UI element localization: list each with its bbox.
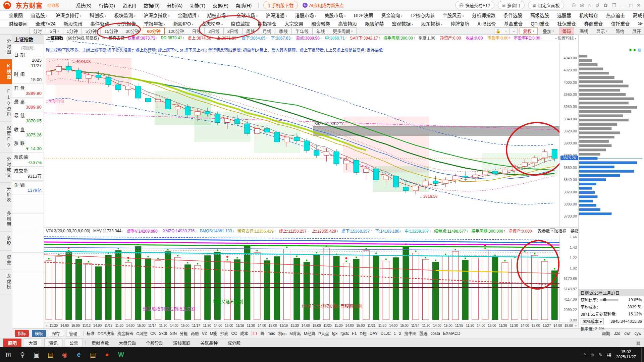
- chrome-browser-icon[interactable]: ◉: [58, 348, 72, 362]
- ma-settings-link[interactable]: - 设置均线: [555, 35, 576, 41]
- indicator-template-tab[interactable]: D短: [360, 330, 367, 336]
- indicator-template-tab[interactable]: SIN: [170, 331, 177, 336]
- zoom-in-icon[interactable]: +: [502, 27, 510, 35]
- indicator-template-tab[interactable]: 两融: [191, 330, 199, 336]
- edge-browser-icon[interactable]: e: [72, 348, 86, 362]
- nav-item[interactable]: 事件驱动: [87, 20, 113, 27]
- nav-item[interactable]: 全球7×24: [32, 20, 60, 27]
- indicator-template-tab[interactable]: 分能: [180, 330, 188, 336]
- indicator-template-tab[interactable]: fgxfc: [340, 331, 349, 336]
- eastmoney-app-icon[interactable]: ●: [100, 348, 114, 362]
- menu-item[interactable]: 功能(T): [188, 2, 207, 9]
- tool-button[interactable]: 画线: [576, 27, 591, 35]
- indicator-action-button[interactable]: 保存: [49, 330, 63, 337]
- gear-icon[interactable]: ⚙: [102, 36, 106, 40]
- indicator-template-tab[interactable]: 股选: [419, 330, 427, 336]
- period-button[interactable]: 15分钟: [100, 27, 122, 35]
- bottom-link[interactable]: 成分股: [224, 339, 244, 347]
- indicator-template-tab[interactable]: 峰: [261, 330, 265, 336]
- folder-icon[interactable]: ▤: [86, 348, 100, 362]
- indicator-template-tab[interactable]: 机qs: [278, 330, 286, 336]
- menu-item[interactable]: 系统(S): [74, 2, 94, 9]
- close-icon[interactable]: ✕: [636, 2, 641, 8]
- nav-item[interactable]: 大宗交易: [280, 20, 307, 27]
- period-button[interactable]: 日线: [188, 27, 205, 35]
- bottom-tab[interactable]: 公告: [65, 339, 83, 347]
- tool-button[interactable]: 展开: [629, 27, 644, 35]
- layout-grid-icon[interactable]: ▦: [636, 340, 641, 346]
- indicator-template-tab[interactable]: CK: [150, 331, 156, 336]
- task-view-icon[interactable]: ▣: [30, 348, 44, 362]
- menu-item[interactable]: 帮助(H): [234, 2, 254, 9]
- minimize-icon[interactable]: —: [620, 2, 625, 8]
- ime-indicator[interactable]: 拼: [607, 352, 611, 358]
- cost-range-select[interactable]: 90%成本 ▾: [581, 318, 604, 324]
- mobile-download-button[interactable]: ▯手机版下载: [263, 1, 298, 9]
- custom-panel-button[interactable]: ▦自定义面板: [528, 1, 564, 9]
- period-button[interactable]: 年线: [312, 27, 329, 35]
- period-button[interactable]: 季线: [275, 27, 292, 35]
- side-tab[interactable]: F10资料: [0, 84, 12, 122]
- indicator-template-tab[interactable]: M经典: [304, 330, 315, 336]
- bottom-link[interactable]: 个股异动: [142, 339, 167, 347]
- bottom-tab[interactable]: 股吧: [3, 339, 21, 347]
- nav-item[interactable]: 基金重仓: [500, 20, 527, 27]
- nav-item[interactable]: 财经要闻: [5, 20, 32, 27]
- home-icon[interactable]: ⌂: [588, 2, 591, 8]
- period-button[interactable]: 5日: [46, 27, 63, 35]
- nav-item[interactable]: 机构增仓: [575, 12, 602, 18]
- list-marker-icon[interactable]: ▤: [638, 48, 641, 52]
- period-button[interactable]: 60分钟: [143, 27, 164, 35]
- nav-item[interactable]: 全球市场: [232, 12, 262, 18]
- nav-item[interactable]: 高成长性: [629, 12, 644, 18]
- nav-item[interactable]: 全景图: [5, 12, 27, 18]
- indicator-template-tab[interactable]: 江1: [251, 330, 258, 336]
- nav-item[interactable]: A+B比价: [473, 20, 500, 27]
- tool-button[interactable]: 筹码: [559, 27, 574, 35]
- file-explorer-icon[interactable]: ▤: [44, 348, 58, 362]
- period-button[interactable]: 1分钟: [63, 27, 82, 35]
- side-tab[interactable]: 多股: [0, 232, 12, 251]
- tool-button[interactable]: 复权: [520, 27, 538, 35]
- indicator-template-tab[interactable]: C风控: [136, 330, 147, 336]
- pen-icon[interactable]: ✎: [599, 352, 602, 357]
- nav-item[interactable]: 龙虎榜单: [198, 20, 227, 27]
- indicator-template-tab[interactable]: M能: [210, 330, 217, 336]
- nav-item[interactable]: 美股市场: [320, 12, 350, 18]
- bottom-link[interactable]: 贡献点数: [88, 339, 113, 347]
- period-button[interactable]: 2日线: [204, 27, 223, 35]
- side-tab[interactable]: K线图: [0, 59, 12, 84]
- nav-item[interactable]: 新股IPO: [169, 20, 198, 27]
- nav-item[interactable]: 板块监测: [110, 12, 140, 18]
- nav-item[interactable]: 券商重仓: [580, 20, 607, 27]
- tool-button[interactable]: 显示: [593, 27, 610, 35]
- close-pane-icon[interactable]: ×: [550, 228, 555, 233]
- nav-item[interactable]: 信托重仓: [607, 20, 634, 27]
- ai-news-link[interactable]: AIAI应用成为新焦点: [303, 2, 344, 8]
- nav-item[interactable]: 期指持仓: [254, 20, 280, 27]
- kline-canvas[interactable]: [44, 41, 559, 227]
- chip-histogram-canvas[interactable]: [579, 35, 644, 289]
- nav-item[interactable]: 季报年报: [140, 20, 170, 27]
- vol-header-link[interactable]: 加指标: [554, 228, 567, 234]
- period-button[interactable]: 分时: [29, 27, 46, 35]
- indicator-template-tab[interactable]: DDE决策: [98, 330, 114, 336]
- side-tab[interactable]: 深度F9: [0, 122, 12, 153]
- indicator-template-tab[interactable]: M背离: [289, 330, 301, 336]
- scroll-left-icon[interactable]: «: [45, 324, 48, 327]
- nav-item[interactable]: 高管持股: [334, 20, 361, 27]
- slider-thumb[interactable]: [603, 298, 606, 301]
- vol-header-link[interactable]: 换指标: [571, 228, 578, 234]
- nav-item[interactable]: 沪深港通: [262, 12, 291, 18]
- menu-item[interactable]: 资讯(I): [120, 2, 138, 9]
- nav-item[interactable]: 科创板: [86, 12, 110, 18]
- menu-item[interactable]: 分析(A): [165, 2, 185, 9]
- bottom-link[interactable]: 短线涨跌: [169, 339, 194, 347]
- side-tab[interactable]: 多周期: [0, 207, 12, 232]
- indicator-template-tab[interactable]: Sxdt: [159, 331, 167, 336]
- side-tab[interactable]: 分价表: [0, 183, 12, 207]
- indicator-template-tab[interactable]: fgx: [332, 331, 337, 336]
- indicator-template-tab[interactable]: 2: [399, 331, 401, 336]
- indicator-template-tab[interactable]: DLJC: [381, 331, 391, 336]
- menu-item[interactable]: 数据(D): [142, 2, 161, 9]
